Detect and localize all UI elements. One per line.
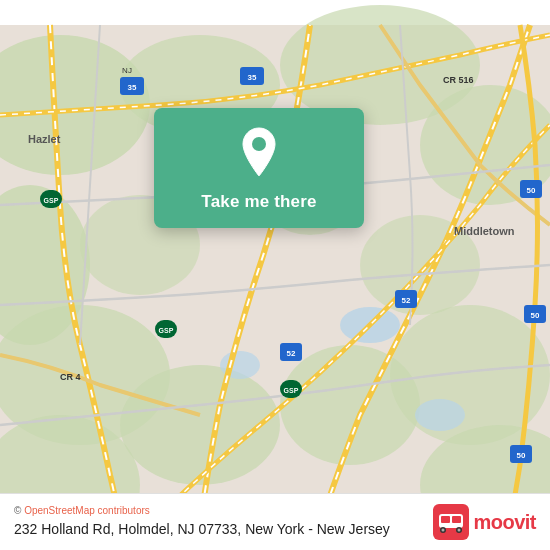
svg-text:GSP: GSP	[44, 197, 59, 204]
svg-point-17	[415, 399, 465, 431]
svg-text:CR 516: CR 516	[443, 75, 474, 85]
svg-text:50: 50	[531, 311, 540, 320]
map-pin-icon	[237, 126, 281, 178]
svg-text:GSP: GSP	[159, 327, 174, 334]
svg-text:CR 4: CR 4	[60, 372, 81, 382]
info-left: © OpenStreetMap contributors 232 Holland…	[14, 505, 390, 538]
svg-rect-46	[441, 516, 450, 523]
info-bar: © OpenStreetMap contributors 232 Holland…	[0, 493, 550, 550]
svg-text:NJ: NJ	[122, 66, 132, 75]
map-container: 35 NJ 35 GSP GSP GSP 52 52 50 50 50 CR 5…	[0, 0, 550, 550]
svg-text:52: 52	[402, 296, 411, 305]
svg-text:50: 50	[517, 451, 526, 460]
svg-point-51	[458, 529, 461, 532]
svg-text:GSP: GSP	[284, 387, 299, 394]
svg-point-7	[120, 365, 280, 485]
address-text: 232 Holland Rd, Holmdel, NJ 07733, New Y…	[14, 520, 390, 538]
svg-text:Hazlet: Hazlet	[28, 133, 61, 145]
svg-point-43	[252, 137, 266, 151]
svg-point-50	[442, 529, 445, 532]
attribution: © OpenStreetMap contributors	[14, 505, 390, 516]
svg-text:35: 35	[248, 73, 257, 82]
svg-text:52: 52	[287, 349, 296, 358]
svg-text:50: 50	[527, 186, 536, 195]
svg-text:35: 35	[128, 83, 137, 92]
moovit-logo: moovit	[433, 504, 536, 540]
copyright-symbol: ©	[14, 505, 21, 516]
moovit-brand-text: moovit	[473, 511, 536, 534]
location-card: Take me there	[154, 108, 364, 228]
svg-text:Middletown: Middletown	[454, 225, 515, 237]
take-me-there-button[interactable]: Take me there	[201, 190, 316, 214]
moovit-bus-icon	[433, 504, 469, 540]
openstreetmap-link[interactable]: OpenStreetMap contributors	[24, 505, 150, 516]
svg-rect-47	[452, 516, 461, 523]
map-background: 35 NJ 35 GSP GSP GSP 52 52 50 50 50 CR 5…	[0, 0, 550, 550]
